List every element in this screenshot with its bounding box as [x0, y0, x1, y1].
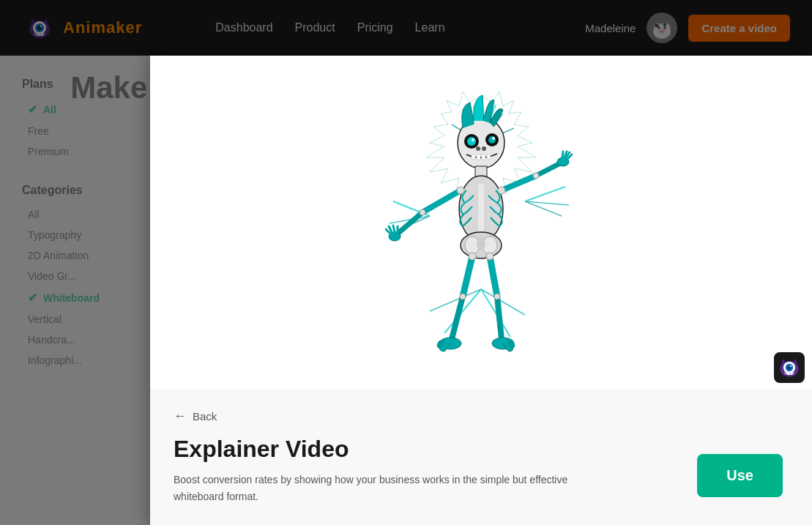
svg-point-46 — [476, 146, 480, 151]
svg-point-83 — [420, 209, 425, 215]
svg-line-31 — [481, 289, 525, 315]
svg-point-80 — [498, 187, 505, 194]
svg-point-47 — [482, 146, 486, 151]
svg-line-77 — [497, 297, 502, 339]
svg-point-94 — [790, 365, 791, 367]
svg-rect-52 — [475, 166, 487, 176]
character-image — [379, 84, 584, 362]
svg-point-82 — [486, 253, 493, 260]
modal-image-area — [150, 56, 812, 390]
back-label: Back — [193, 410, 217, 422]
svg-line-73 — [463, 256, 472, 297]
modal-title: Explainer Video — [174, 436, 789, 463]
svg-point-86 — [494, 294, 500, 299]
svg-rect-50 — [482, 154, 485, 160]
modal-corner-logo — [774, 352, 805, 383]
svg-line-67 — [536, 163, 560, 176]
svg-line-76 — [490, 256, 497, 297]
svg-rect-49 — [477, 154, 480, 160]
svg-line-74 — [452, 297, 463, 339]
modal-description: Boost conversion rates by showing how yo… — [174, 472, 598, 504]
modal-info-section: ← Back Explainer Video Boost conversion … — [150, 390, 812, 525]
back-arrow-icon: ← — [174, 409, 187, 424]
svg-line-35 — [525, 187, 565, 201]
svg-point-79 — [457, 187, 464, 194]
svg-line-64 — [393, 226, 395, 232]
svg-rect-95 — [787, 373, 789, 375]
svg-line-60 — [397, 212, 422, 234]
svg-point-42 — [467, 137, 476, 146]
svg-point-85 — [460, 294, 466, 299]
modal-panel: ← Back Explainer Video Boost conversion … — [150, 56, 812, 525]
svg-point-45 — [492, 137, 495, 140]
svg-point-58 — [477, 238, 485, 250]
svg-point-43 — [488, 136, 496, 144]
svg-line-30 — [430, 289, 481, 311]
svg-point-84 — [533, 173, 539, 179]
use-button[interactable]: Use — [697, 454, 783, 497]
svg-rect-96 — [791, 373, 793, 375]
svg-rect-54 — [477, 183, 485, 234]
svg-point-81 — [469, 253, 476, 260]
svg-rect-51 — [487, 154, 491, 159]
back-button[interactable]: ← Back — [174, 409, 789, 424]
svg-rect-48 — [472, 154, 475, 159]
svg-point-44 — [472, 138, 474, 141]
svg-line-59 — [422, 190, 461, 212]
svg-line-72 — [562, 152, 563, 157]
